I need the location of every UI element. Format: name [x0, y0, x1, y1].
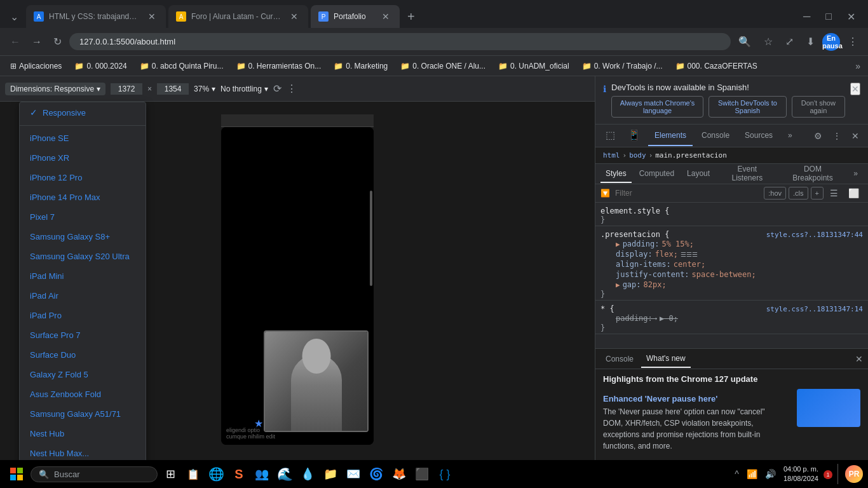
tab1-close[interactable]: ✕	[146, 10, 158, 23]
gap-arrow[interactable]: ▶	[616, 281, 620, 289]
dropdown-iphone-xr[interactable]: iPhone XR	[20, 148, 146, 168]
star-source[interactable]: style.css?..18131347:14	[766, 305, 863, 313]
scroll-bar[interactable]	[370, 191, 372, 286]
search-icon-btn[interactable]: 🔍	[733, 32, 756, 51]
switch-spanish-button[interactable]: Switch DevTools to Spanish	[709, 96, 787, 118]
tab-search-btn[interactable]: ⤢	[780, 32, 799, 51]
address-input[interactable]	[69, 33, 731, 50]
tab-elements[interactable]: Elements	[648, 126, 693, 146]
cls-btn[interactable]: .cls	[789, 187, 808, 200]
dropdown-iphone-se[interactable]: iPhone SE	[20, 128, 146, 148]
presentacion-selector[interactable]: .presentacion {	[600, 230, 669, 239]
tab-dom-breakpoints[interactable]: DOM Breakpoints	[780, 161, 846, 187]
volume-icon[interactable]: 🔊	[763, 468, 778, 480]
dropdown-ipad-mini[interactable]: iPad Mini	[20, 266, 146, 286]
start-button[interactable]	[5, 463, 28, 485]
bookmarks-more-btn[interactable]: »	[853, 60, 863, 72]
no-throttling-select[interactable]: No throttling ▾	[220, 85, 268, 93]
browser-tab-2[interactable]: A Foro | Alura Latam - Cursos onl... ✕	[168, 5, 308, 28]
tray-icon-1[interactable]: ^	[732, 468, 742, 480]
taskbar-time[interactable]: 04:00 p. m. 18/08/2024	[783, 464, 818, 484]
taskbar-avatar[interactable]: PR	[845, 465, 863, 483]
tab-computed[interactable]: Computed	[634, 165, 679, 183]
tab-styles[interactable]: Styles	[600, 165, 632, 183]
tab2-close[interactable]: ✕	[288, 10, 301, 23]
taskbar-chrome-icon[interactable]: 🌐	[206, 464, 226, 484]
minimize-button[interactable]: ─	[796, 8, 818, 25]
breadcrumb-body[interactable]: body	[629, 151, 646, 159]
dropdown-responsive[interactable]: ✓ Responsive	[20, 102, 146, 123]
hov-btn[interactable]: :hov	[764, 187, 786, 200]
bottom-tab-console[interactable]: Console	[600, 351, 639, 367]
bookmark-1[interactable]: 📁 0. 000.2024	[69, 60, 132, 72]
bookmark-8[interactable]: 📁 000. CazaOFERTAS	[670, 60, 763, 72]
taskbar-gmail-icon[interactable]: 🌀	[366, 464, 386, 484]
taskbar-icon-dark[interactable]: ⬛	[412, 464, 432, 484]
dropdown-pixel-7[interactable]: Pixel 7	[20, 207, 146, 227]
taskbar-vscode-icon[interactable]: { }	[435, 464, 455, 484]
tab3-close[interactable]: ✕	[379, 10, 392, 23]
add-property-btn[interactable]: ☰	[826, 187, 842, 200]
taskbar-search[interactable]: 🔍 Buscar	[31, 466, 158, 482]
download-btn[interactable]: ⬇	[801, 32, 820, 51]
devtools-settings-btn[interactable]: ⚙	[810, 128, 826, 144]
profile-button[interactable]: Enpausa	[822, 33, 840, 51]
devtools-close-btn[interactable]: ✕	[848, 128, 863, 144]
dropdown-asus-zenbook[interactable]: Asus Zenbook Fold	[20, 384, 146, 404]
devtools-device-btn[interactable]: 📱	[623, 126, 646, 145]
tab-layout[interactable]: Layout	[682, 165, 715, 183]
padding-arrow[interactable]: ▶	[616, 240, 620, 248]
width-input[interactable]	[111, 83, 142, 95]
new-tab-button[interactable]: +	[402, 7, 420, 27]
taskbar-icon-unknown[interactable]: 📋	[183, 464, 203, 484]
tab-console[interactable]: Console	[695, 126, 736, 146]
menu-btn[interactable]: ⋮	[843, 32, 863, 51]
forward-button[interactable]: →	[27, 32, 47, 51]
tab-event-listeners[interactable]: Event Listeners	[717, 161, 777, 187]
bottom-tab-whats-new[interactable]: What's new	[641, 350, 691, 368]
close-button[interactable]: ✕	[839, 8, 863, 25]
height-input[interactable]	[157, 83, 189, 95]
bottom-close-btn[interactable]: ✕	[855, 354, 863, 364]
tab-more[interactable]: »	[782, 126, 799, 146]
update-title-1[interactable]: Enhanced 'Never pause here'	[603, 394, 787, 403]
dropdown-surface-pro-7[interactable]: Surface Pro 7	[20, 325, 146, 345]
bookmark-2[interactable]: 📁 0. abcd Quinta Piru...	[135, 60, 229, 72]
star-selector[interactable]: * {	[600, 304, 614, 313]
dont-show-button[interactable]: Don't show again	[792, 96, 845, 118]
match-lang-button[interactable]: Always match Chrome's language	[611, 96, 703, 118]
tab-more-styles[interactable]: »	[848, 165, 863, 183]
dropdown-samsung-a51[interactable]: Samsung Galaxy A51/71	[20, 404, 146, 424]
taskbar-edge-icon[interactable]: 🌊	[275, 464, 295, 484]
dimensions-select[interactable]: Dimensions: Responsive ▾	[5, 83, 105, 95]
wifi-icon[interactable]: 📶	[744, 468, 760, 480]
taskbar-dropbox-icon[interactable]: 💧	[297, 464, 318, 484]
dropdown-samsung-s8[interactable]: Samsung Galaxy S8+	[20, 227, 146, 247]
taskbar-teams-icon[interactable]: 👥	[252, 464, 272, 484]
dropdown-iphone-14-pro-max[interactable]: iPhone 14 Pro Max	[20, 187, 146, 207]
taskbar-folder-icon[interactable]: 📁	[320, 464, 341, 484]
bookmark-7[interactable]: 📁 0. Work / Trabajo /...	[577, 60, 668, 72]
show-desktop-btn[interactable]	[837, 464, 840, 484]
rotate-button[interactable]: ⟳	[273, 83, 281, 95]
bookmark-apps[interactable]: ⊞ Aplicaciones	[5, 60, 67, 72]
more-options-btn[interactable]: ⋮	[287, 83, 297, 95]
bookmark-4[interactable]: 📁 0. Marketing	[329, 60, 393, 72]
notification-close[interactable]: ✕	[850, 83, 860, 95]
presentacion-source[interactable]: style.css?..18131347:44	[766, 231, 863, 239]
reload-button[interactable]: ↻	[48, 32, 67, 51]
add-rule-btn[interactable]: +	[811, 187, 824, 200]
taskbar-icon-s[interactable]: S	[229, 464, 249, 484]
box-model-btn[interactable]: ⬜	[844, 187, 863, 200]
browser-tab-1[interactable]: A HTML y CSS: trabajando con re... ✕	[26, 5, 166, 28]
filter-input[interactable]	[615, 189, 759, 198]
notification-btn[interactable]: 🔔 1	[824, 470, 832, 478]
throttle-select[interactable]: 37% ▾	[194, 85, 215, 93]
dropdown-ipad-air[interactable]: iPad Air	[20, 286, 146, 306]
dropdown-ipad-pro[interactable]: iPad Pro	[20, 306, 146, 325]
dropdown-galaxy-z-fold[interactable]: Galaxy Z Fold 5	[20, 365, 146, 384]
taskbar-firefox-icon[interactable]: 🦊	[389, 464, 409, 484]
breadcrumb-main[interactable]: main.presentacion	[655, 151, 727, 159]
breadcrumb-html[interactable]: html	[603, 151, 620, 159]
dropdown-samsung-s20[interactable]: Samsung Galaxy S20 Ultra	[20, 247, 146, 266]
